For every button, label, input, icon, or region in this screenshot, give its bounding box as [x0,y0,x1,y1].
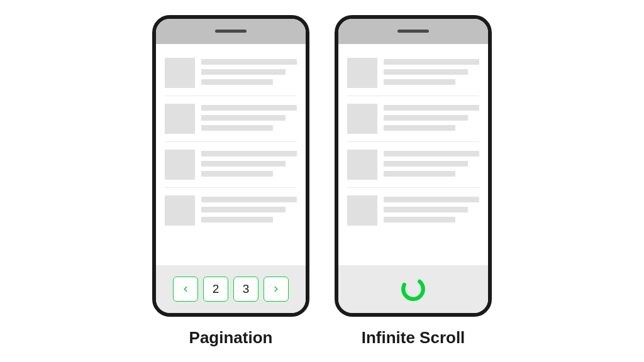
spinner-icon [394,270,433,309]
infinite-scroll-phone-block: Infinite Scroll [335,15,492,348]
pagination-footer: 2 3 [156,265,306,313]
text-lines [384,150,479,180]
infinite-scroll-footer [338,265,488,313]
text-line [201,171,273,177]
text-line [201,207,286,212]
text-line [384,105,479,111]
status-bar [338,19,488,44]
list-item [347,96,479,142]
text-line [201,197,297,202]
list-item [165,188,297,233]
text-lines [384,195,479,226]
text-line [201,115,286,121]
thumbnail-placeholder [165,195,195,226]
chevron-right-icon [272,285,280,293]
svg-point-0 [399,275,428,303]
text-line [384,79,455,85]
list-item [165,96,297,142]
text-line [384,125,455,131]
phone-frame-pagination: 2 3 [152,15,309,317]
list-item [347,142,479,188]
thumbnail-placeholder [165,104,195,134]
text-lines [201,195,297,226]
text-line [384,197,479,202]
pagination-label: Pagination [189,328,273,348]
phone-frame-infinite [335,15,492,317]
list-item [165,50,297,96]
content-list [338,44,488,233]
text-line [384,59,479,65]
list-item [347,188,479,233]
text-line [201,161,286,167]
thumbnail-placeholder [347,58,377,88]
thumbnail-placeholder [347,150,377,180]
prev-page-button[interactable] [173,277,198,302]
text-line [384,161,468,167]
text-lines [384,58,479,88]
next-page-button[interactable] [264,277,289,302]
text-line [201,69,286,75]
thumbnail-placeholder [347,104,377,134]
list-item [347,50,479,96]
status-bar [156,19,306,44]
speaker-slot [215,30,247,33]
speaker-slot [397,30,429,33]
text-line [384,217,455,222]
text-lines [201,104,297,134]
text-line [384,115,468,121]
text-line [201,125,273,131]
text-line [201,59,297,65]
thumbnail-placeholder [165,58,195,88]
thumbnail-placeholder [347,195,377,226]
text-lines [201,58,297,88]
chevron-left-icon [181,285,190,293]
content-list [156,44,306,233]
text-lines [201,150,297,180]
infinite-scroll-label: Infinite Scroll [362,328,465,348]
loading-spinner [399,275,427,303]
text-line [384,207,468,212]
list-item [165,142,297,188]
text-line [201,79,273,85]
text-line [384,69,468,75]
pagination-phone-block: 2 3 Pagination [152,15,309,348]
text-line [384,171,455,177]
diagram-container: 2 3 Pagination [152,15,492,348]
text-line [201,105,297,111]
page-3-button[interactable]: 3 [233,277,258,302]
text-lines [384,104,479,134]
text-line [201,217,273,222]
page-2-button[interactable]: 2 [203,277,228,302]
text-line [201,151,297,156]
text-line [384,151,479,156]
thumbnail-placeholder [165,150,195,180]
